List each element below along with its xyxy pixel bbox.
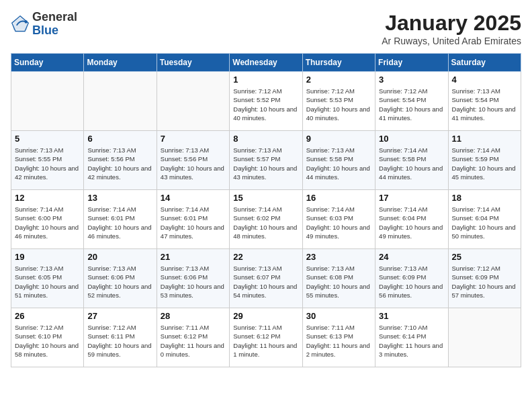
day-number: 6 xyxy=(87,134,152,144)
logo: General Blue xyxy=(11,11,77,38)
col-header-tuesday: Tuesday xyxy=(157,54,229,72)
day-info: Sunrise: 7:12 AM Sunset: 5:52 PM Dayligh… xyxy=(233,87,298,122)
col-header-friday: Friday xyxy=(375,54,448,72)
calendar-cell: 22Sunrise: 7:13 AM Sunset: 6:07 PM Dayli… xyxy=(230,249,302,308)
month-title: January 2025 xyxy=(382,11,521,36)
calendar-cell: 19Sunrise: 7:13 AM Sunset: 6:05 PM Dayli… xyxy=(11,249,84,308)
col-header-saturday: Saturday xyxy=(448,54,521,72)
day-info: Sunrise: 7:14 AM Sunset: 6:00 PM Dayligh… xyxy=(15,205,80,240)
calendar-cell: 14Sunrise: 7:14 AM Sunset: 6:01 PM Dayli… xyxy=(157,190,229,249)
calendar-cell: 1Sunrise: 7:12 AM Sunset: 5:52 PM Daylig… xyxy=(230,72,302,131)
day-number: 29 xyxy=(233,311,298,321)
day-info: Sunrise: 7:13 AM Sunset: 6:06 PM Dayligh… xyxy=(161,264,226,300)
calendar-week-row: 1Sunrise: 7:12 AM Sunset: 5:52 PM Daylig… xyxy=(11,72,521,131)
day-info: Sunrise: 7:11 AM Sunset: 6:13 PM Dayligh… xyxy=(306,323,371,359)
calendar-week-row: 26Sunrise: 7:12 AM Sunset: 6:10 PM Dayli… xyxy=(11,308,521,367)
day-number: 5 xyxy=(15,134,80,144)
calendar-cell: 21Sunrise: 7:13 AM Sunset: 6:06 PM Dayli… xyxy=(157,249,229,308)
day-number: 30 xyxy=(306,311,371,321)
day-number: 2 xyxy=(306,75,371,85)
calendar-header-row: SundayMondayTuesdayWednesdayThursdayFrid… xyxy=(11,54,521,72)
day-number: 27 xyxy=(87,311,152,321)
calendar-cell: 4Sunrise: 7:13 AM Sunset: 5:54 PM Daylig… xyxy=(448,72,521,131)
day-number: 23 xyxy=(306,252,371,262)
day-info: Sunrise: 7:14 AM Sunset: 5:59 PM Dayligh… xyxy=(452,146,517,181)
calendar-table: SundayMondayTuesdayWednesdayThursdayFrid… xyxy=(11,53,521,367)
day-info: Sunrise: 7:13 AM Sunset: 6:07 PM Dayligh… xyxy=(233,264,298,300)
day-info: Sunrise: 7:10 AM Sunset: 6:14 PM Dayligh… xyxy=(379,323,444,359)
calendar-cell xyxy=(84,72,157,131)
col-header-thursday: Thursday xyxy=(302,54,375,72)
calendar-cell: 27Sunrise: 7:12 AM Sunset: 6:11 PM Dayli… xyxy=(84,308,157,367)
day-info: Sunrise: 7:13 AM Sunset: 5:55 PM Dayligh… xyxy=(15,146,80,181)
day-number: 3 xyxy=(379,75,444,85)
calendar-cell: 30Sunrise: 7:11 AM Sunset: 6:13 PM Dayli… xyxy=(302,308,375,367)
day-info: Sunrise: 7:14 AM Sunset: 6:02 PM Dayligh… xyxy=(233,205,298,240)
logo-icon xyxy=(11,15,30,34)
day-number: 31 xyxy=(379,311,444,321)
calendar-cell: 3Sunrise: 7:12 AM Sunset: 5:54 PM Daylig… xyxy=(375,72,448,131)
calendar-cell: 12Sunrise: 7:14 AM Sunset: 6:00 PM Dayli… xyxy=(11,190,84,249)
day-number: 24 xyxy=(379,252,444,262)
calendar-cell xyxy=(157,72,229,131)
calendar-cell xyxy=(448,308,521,367)
calendar-cell: 2Sunrise: 7:12 AM Sunset: 5:53 PM Daylig… xyxy=(302,72,375,131)
day-number: 15 xyxy=(233,193,298,203)
day-info: Sunrise: 7:13 AM Sunset: 6:09 PM Dayligh… xyxy=(379,264,444,300)
calendar-cell: 10Sunrise: 7:14 AM Sunset: 5:58 PM Dayli… xyxy=(375,131,448,190)
day-number: 4 xyxy=(452,75,517,85)
calendar-cell: 29Sunrise: 7:11 AM Sunset: 6:12 PM Dayli… xyxy=(230,308,302,367)
calendar-cell: 16Sunrise: 7:14 AM Sunset: 6:03 PM Dayli… xyxy=(302,190,375,249)
day-info: Sunrise: 7:14 AM Sunset: 6:03 PM Dayligh… xyxy=(306,205,371,240)
day-info: Sunrise: 7:14 AM Sunset: 5:58 PM Dayligh… xyxy=(379,146,444,181)
day-info: Sunrise: 7:11 AM Sunset: 6:12 PM Dayligh… xyxy=(161,323,226,359)
day-info: Sunrise: 7:12 AM Sunset: 6:10 PM Dayligh… xyxy=(15,323,80,359)
calendar-cell: 31Sunrise: 7:10 AM Sunset: 6:14 PM Dayli… xyxy=(375,308,448,367)
day-info: Sunrise: 7:13 AM Sunset: 6:08 PM Dayligh… xyxy=(306,264,371,300)
page-header: General Blue January 2025 Ar Ruways, Uni… xyxy=(11,11,521,46)
calendar-cell: 8Sunrise: 7:13 AM Sunset: 5:57 PM Daylig… xyxy=(230,131,302,190)
calendar-cell: 28Sunrise: 7:11 AM Sunset: 6:12 PM Dayli… xyxy=(157,308,229,367)
svg-point-2 xyxy=(25,20,28,23)
calendar-cell: 13Sunrise: 7:14 AM Sunset: 6:01 PM Dayli… xyxy=(84,190,157,249)
calendar-cell: 18Sunrise: 7:14 AM Sunset: 6:04 PM Dayli… xyxy=(448,190,521,249)
day-number: 11 xyxy=(452,134,517,144)
day-info: Sunrise: 7:14 AM Sunset: 6:04 PM Dayligh… xyxy=(452,205,517,240)
calendar-cell: 9Sunrise: 7:13 AM Sunset: 5:58 PM Daylig… xyxy=(302,131,375,190)
day-info: Sunrise: 7:12 AM Sunset: 5:53 PM Dayligh… xyxy=(306,87,371,122)
calendar-week-row: 5Sunrise: 7:13 AM Sunset: 5:55 PM Daylig… xyxy=(11,131,521,190)
day-number: 19 xyxy=(15,252,80,262)
logo-text: General Blue xyxy=(32,11,77,38)
calendar-cell: 20Sunrise: 7:13 AM Sunset: 6:06 PM Dayli… xyxy=(84,249,157,308)
calendar-cell: 23Sunrise: 7:13 AM Sunset: 6:08 PM Dayli… xyxy=(302,249,375,308)
day-info: Sunrise: 7:14 AM Sunset: 6:04 PM Dayligh… xyxy=(379,205,444,240)
day-number: 26 xyxy=(15,311,80,321)
calendar-cell: 6Sunrise: 7:13 AM Sunset: 5:56 PM Daylig… xyxy=(84,131,157,190)
location-subtitle: Ar Ruways, United Arab Emirates xyxy=(382,36,521,46)
calendar-cell: 7Sunrise: 7:13 AM Sunset: 5:56 PM Daylig… xyxy=(157,131,229,190)
calendar-cell xyxy=(11,72,84,131)
day-info: Sunrise: 7:14 AM Sunset: 6:01 PM Dayligh… xyxy=(161,205,226,240)
day-number: 14 xyxy=(161,193,226,203)
day-info: Sunrise: 7:12 AM Sunset: 6:09 PM Dayligh… xyxy=(452,264,517,300)
day-info: Sunrise: 7:13 AM Sunset: 5:54 PM Dayligh… xyxy=(452,87,517,122)
day-number: 9 xyxy=(306,134,371,144)
day-info: Sunrise: 7:12 AM Sunset: 6:11 PM Dayligh… xyxy=(87,323,152,359)
day-number: 13 xyxy=(87,193,152,203)
col-header-monday: Monday xyxy=(84,54,157,72)
day-number: 20 xyxy=(87,252,152,262)
logo-general-text: General xyxy=(32,10,77,24)
calendar-cell: 11Sunrise: 7:14 AM Sunset: 5:59 PM Dayli… xyxy=(448,131,521,190)
col-header-sunday: Sunday xyxy=(11,54,84,72)
day-number: 7 xyxy=(161,134,226,144)
day-info: Sunrise: 7:11 AM Sunset: 6:12 PM Dayligh… xyxy=(233,323,298,359)
day-number: 1 xyxy=(233,75,298,85)
title-block: January 2025 Ar Ruways, United Arab Emir… xyxy=(382,11,521,46)
day-number: 28 xyxy=(161,311,226,321)
day-info: Sunrise: 7:13 AM Sunset: 6:06 PM Dayligh… xyxy=(87,264,152,300)
day-number: 22 xyxy=(233,252,298,262)
day-info: Sunrise: 7:14 AM Sunset: 6:01 PM Dayligh… xyxy=(87,205,152,240)
svg-marker-0 xyxy=(13,17,28,30)
day-number: 18 xyxy=(452,193,517,203)
calendar-cell: 17Sunrise: 7:14 AM Sunset: 6:04 PM Dayli… xyxy=(375,190,448,249)
